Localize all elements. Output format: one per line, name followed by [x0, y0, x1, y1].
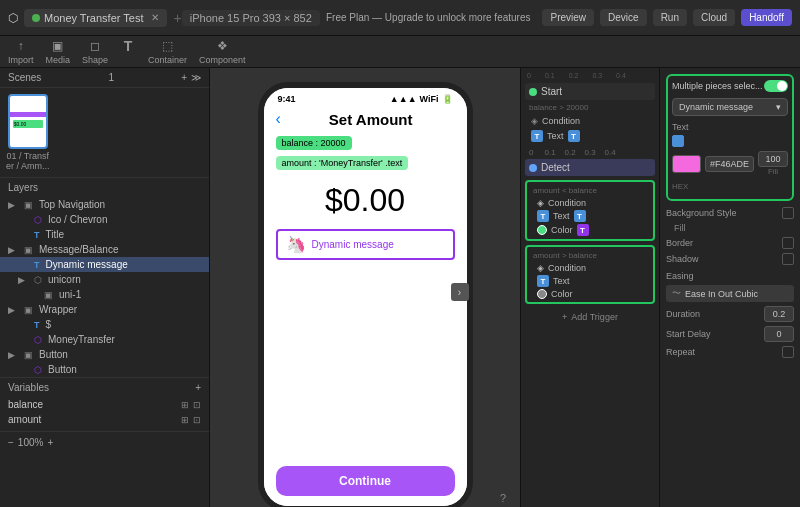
zoom-plus[interactable]: +	[47, 437, 53, 448]
balance-chip: balance : 20000	[276, 136, 352, 150]
device-info: iPhone 15 Pro 393 × 852	[182, 10, 320, 26]
scenes-header: Scenes 1 + ≫	[0, 68, 209, 88]
layer-button-group[interactable]: ▶ ▣ Button	[0, 347, 209, 362]
layer-unicorn[interactable]: ▶ ⬡ unicorn	[0, 272, 209, 287]
toolbar-component[interactable]: ❖ Component	[199, 38, 246, 65]
phone-status-bar: 9:41 ▲▲▲ WiFi 🔋	[264, 88, 467, 106]
cloud-button[interactable]: Cloud	[693, 9, 735, 26]
variables-label: Variables	[8, 382, 49, 393]
dynamic-msg-dropdown[interactable]: Dynamic message ▾	[672, 98, 788, 116]
flow-inner-condition: ◈ Condition	[529, 197, 651, 209]
easing-value-row[interactable]: 〜 Ease In Out Cubic	[666, 285, 794, 302]
help-button[interactable]: ?	[494, 489, 512, 507]
variable-balance[interactable]: balance ⊞ ⊡	[8, 397, 201, 412]
toolbar-shape[interactable]: ◻ Shape	[82, 38, 108, 65]
toolbar-import[interactable]: ↑ Import	[8, 38, 34, 65]
hex-label: HEX	[672, 182, 788, 191]
add-trigger-button[interactable]: + Add Trigger	[525, 308, 655, 326]
border-label: Border	[666, 238, 693, 248]
repeat-label: Repeat	[666, 347, 695, 357]
right-panels: 00.10.20.30.4 Start balance > 20000 ◈ Co…	[520, 68, 800, 507]
layer-button[interactable]: ⬡ Button	[0, 362, 209, 377]
toolbar-media[interactable]: ▣ Media	[46, 38, 71, 65]
border-checkbox[interactable]	[782, 237, 794, 249]
tab-item[interactable]: Money Transfer Test ✕	[24, 9, 167, 27]
toolbar-container[interactable]: ⬚ Container	[148, 38, 187, 65]
tab-close[interactable]: ✕	[151, 12, 159, 23]
layer-name: Ico / Chevron	[48, 214, 107, 225]
easing-section: Easing	[666, 271, 794, 281]
text-checkbox-row	[672, 135, 788, 147]
flow-block-2: amount > balance ◈ Condition T Text Colo…	[525, 245, 655, 304]
device-button[interactable]: Device	[600, 9, 647, 26]
variable-amount[interactable]: amount ⊞ ⊡	[8, 412, 201, 427]
amount-chip: amount : 'MoneyTransfer' .text	[276, 156, 409, 170]
layer-wrapper[interactable]: ▶ ▣ Wrapper	[0, 302, 209, 317]
flow-block-note-1: amount < balance	[533, 186, 597, 195]
bg-style-row: Background Style	[666, 207, 794, 219]
fill-value-input[interactable]: 100	[758, 151, 788, 167]
repeat-checkbox[interactable]	[782, 346, 794, 358]
add-variable-button[interactable]: +	[195, 382, 201, 393]
bg-style-label: Background Style	[666, 208, 737, 218]
color-swatch-main[interactable]	[672, 155, 701, 173]
run-button[interactable]: Run	[653, 9, 687, 26]
left-panel: Scenes 1 + ≫ $0.00 01 / Transfer / Amm..…	[0, 68, 210, 507]
phone-back-arrow: ‹	[276, 110, 281, 128]
flow-inner-condition-2: ◈ Condition	[529, 262, 651, 274]
zoom-minus[interactable]: −	[8, 437, 14, 448]
fill-label: Fill	[768, 167, 778, 176]
scenes-count: 1	[108, 72, 114, 83]
plus-icon: +	[562, 312, 567, 322]
start-delay-input[interactable]: 0	[764, 326, 794, 342]
layers-list: ▶ ▣ Top Navigation ⬡ Ico / Chevron T Tit…	[0, 197, 209, 377]
canvas-nav-right[interactable]: ›	[451, 283, 469, 301]
layer-title[interactable]: T Title	[0, 227, 209, 242]
var-icon-2: ⊡	[193, 400, 201, 410]
amount-display: $0.00	[264, 172, 467, 225]
layer-ico-chevron[interactable]: ⬡ Ico / Chevron	[0, 212, 209, 227]
layer-top-nav[interactable]: ▶ ▣ Top Navigation	[0, 197, 209, 212]
layer-dynamic-message[interactable]: T Dynamic message	[0, 257, 209, 272]
start-delay-row: Start Delay 0	[666, 326, 794, 342]
flow-inner-color-2: Color	[529, 288, 651, 300]
border-row: Border	[666, 237, 794, 249]
flow-balance-note: balance > 20000	[525, 103, 655, 112]
continue-button[interactable]: Continue	[276, 466, 455, 496]
hex-input[interactable]: #F46ADE	[705, 156, 754, 172]
scene-options-button[interactable]: ≫	[191, 72, 201, 83]
add-tab-button[interactable]: +	[173, 10, 181, 26]
flow-ruler: 00.10.20.30.4	[525, 72, 655, 79]
flow-start-label: Start	[541, 86, 562, 97]
layer-money-transfer[interactable]: ⬡ MoneyTransfer	[0, 332, 209, 347]
scene-1[interactable]: $0.00 01 / Transfer / Amm...	[6, 94, 50, 171]
text-checkbox[interactable]	[672, 135, 684, 147]
top-bar-left: ⬡ Money Transfer Test ✕ +	[8, 9, 182, 27]
layer-uni-1[interactable]: ▣ uni-1	[0, 287, 209, 302]
zoom-value[interactable]: 100%	[18, 437, 44, 448]
chevron-down-icon: ▾	[776, 102, 781, 112]
duration-input[interactable]: 0.2	[764, 306, 794, 322]
inner-color-t-icon: T	[577, 224, 589, 236]
phone-container: 9:41 ▲▲▲ WiFi 🔋 ‹ Set Amount	[258, 82, 473, 507]
handoff-button[interactable]: Handoff	[741, 9, 792, 26]
shadow-checkbox[interactable]	[782, 253, 794, 265]
phone-frame: 9:41 ▲▲▲ WiFi 🔋 ‹ Set Amount	[258, 82, 473, 507]
shadow-row: Shadow	[666, 253, 794, 265]
layer-dollar[interactable]: T $	[0, 317, 209, 332]
layer-name: unicorn	[48, 274, 81, 285]
repeat-row: Repeat	[666, 346, 794, 358]
variables-section: Variables + balance ⊞ ⊡ amount ⊞ ⊡	[0, 377, 209, 431]
layer-msg-balance[interactable]: ▶ ▣ Message/Balance	[0, 242, 209, 257]
condition-icon: ◈	[531, 116, 538, 126]
toolbar-text[interactable]: T T	[120, 38, 136, 65]
top-bar-actions: Free Plan — Upgrade to unlock more featu…	[320, 9, 792, 26]
bg-style-checkbox[interactable]	[782, 207, 794, 219]
flow-detect-header: Detect	[525, 159, 655, 176]
flow-block-note-2: amount > balance	[533, 251, 597, 260]
flow-ruler-2: 0 0.1 0.2 0.3 0.4	[525, 148, 655, 157]
color-circle-gray	[537, 289, 547, 299]
add-scene-button[interactable]: +	[181, 72, 187, 83]
toggle-switch[interactable]	[764, 80, 788, 92]
preview-button[interactable]: Preview	[542, 9, 594, 26]
